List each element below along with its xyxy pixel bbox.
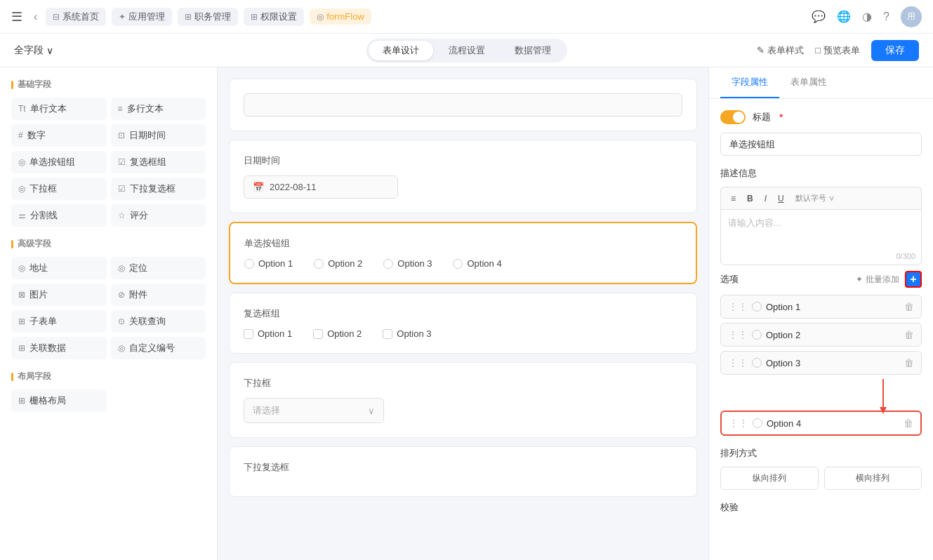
field-address[interactable]: ◎ 地址 [11, 257, 107, 279]
field-divider[interactable]: ⚌ 分割线 [11, 204, 107, 227]
select-field[interactable]: 请选择 ∨ [244, 398, 384, 423]
field-dropdown[interactable]: ◎ 下拉框 [11, 178, 107, 200]
field-checkbox[interactable]: ☑ 复选框组 [111, 151, 206, 173]
checkbox-card[interactable]: 复选框组 Option 1 Option 2 Option 3 [229, 293, 697, 354]
drag-handle-3[interactable]: ⋮⋮ [728, 357, 748, 368]
chat-icon[interactable]: 💬 [812, 10, 826, 23]
checkbox-opt1-label: Option 1 [258, 328, 292, 339]
option-row-4[interactable]: ⋮⋮ Option 4 🗑 [720, 411, 922, 436]
option-row-1[interactable]: ⋮⋮ Option 1 🗑 [720, 295, 922, 319]
nav-tab-perm[interactable]: ⊞ 权限设置 [244, 8, 304, 26]
radio-circle-3 [383, 259, 393, 269]
address-icon: ◎ [18, 263, 25, 273]
section-layout-title: 布局字段 [11, 371, 206, 382]
tab-data[interactable]: 数据管理 [501, 41, 565, 60]
style-btn[interactable]: ✎ 表单样式 [757, 44, 804, 57]
chevron-down-icon: ∨ [368, 406, 375, 416]
field-radio[interactable]: ◎ 单选按钮组 [11, 151, 107, 173]
sort-vertical-btn[interactable]: 纵向排列 [720, 467, 819, 490]
field-assoc-data[interactable]: ⊞ 关联数据 [11, 337, 107, 359]
field-dropdown-multi[interactable]: ☑ 下拉复选框 [111, 178, 206, 200]
preview-btn[interactable]: □ 预览表单 [815, 44, 860, 57]
rich-text-area[interactable]: 请输入内容... 0/300 [720, 209, 922, 265]
checkbox-opt1[interactable]: Option 1 [244, 328, 292, 339]
field-image[interactable]: ⊠ 图片 [11, 284, 107, 306]
nav-tab-app[interactable]: ✦ 应用管理 [112, 8, 172, 26]
text-input[interactable] [244, 93, 682, 116]
dropdown-multi-card[interactable]: 下拉复选框 [229, 446, 697, 497]
option-row-2[interactable]: ⋮⋮ Option 2 🗑 [720, 323, 922, 347]
font-size-btn[interactable]: 默认字号 ∨ [793, 192, 838, 205]
checkbox-icon: ☑ [118, 157, 126, 167]
drag-handle-1[interactable]: ⋮⋮ [728, 301, 748, 312]
radio-opt3[interactable]: Option 3 [383, 258, 432, 269]
delete-icon-4[interactable]: 🗑 [904, 418, 913, 429]
text-card[interactable] [229, 79, 697, 131]
rating-icon: ☆ [118, 211, 126, 220]
field-location[interactable]: ◎ 定位 [111, 257, 206, 279]
attachment-icon: ⊘ [118, 290, 125, 300]
nav-tab-form[interactable]: ◎ formFlow [310, 8, 371, 25]
back-icon[interactable]: ‹ [34, 11, 37, 23]
option-radio-4 [753, 418, 762, 428]
datetime-card[interactable]: 日期时间 📅 2022-08-11 [229, 140, 697, 213]
field-subtable[interactable]: ⊞ 子表单 [11, 310, 107, 333]
field-assoc-query[interactable]: ⊙ 关联查询 [111, 310, 206, 333]
field-attachment[interactable]: ⊘ 附件 [111, 284, 206, 306]
option-row-3[interactable]: ⋮⋮ Option 3 🗑 [720, 351, 922, 375]
italic-icon[interactable]: I [762, 192, 769, 205]
field-selector[interactable]: 全字段 ∨ [14, 44, 53, 57]
date-field[interactable]: 📅 2022-08-11 [244, 175, 398, 199]
tab-form-props[interactable]: 表单属性 [779, 67, 838, 98]
assoc-query-icon: ⊙ [118, 316, 125, 326]
field-title-input[interactable] [720, 133, 922, 156]
nav-tab-job[interactable]: ⊞ 职务管理 [178, 8, 238, 26]
tab-flow[interactable]: 流程设置 [435, 41, 499, 60]
delete-icon-3[interactable]: 🗑 [904, 357, 914, 368]
tab-field-props[interactable]: 字段属性 [720, 67, 779, 98]
dropdown-card[interactable]: 下拉框 请选择 ∨ [229, 362, 697, 438]
bold-icon[interactable]: B [744, 192, 756, 205]
settings-icon[interactable]: ◑ [862, 10, 872, 23]
save-button[interactable]: 保存 [871, 40, 919, 61]
field-single-text[interactable]: Tt 单行文本 [11, 98, 107, 120]
tab-design[interactable]: 表单设计 [369, 41, 433, 60]
checkbox-opt3[interactable]: Option 3 [383, 328, 431, 339]
menu-icon[interactable]: ☰ [11, 9, 22, 25]
batch-add-btn[interactable]: ✦ 批量添加 [856, 274, 899, 286]
sort-section: 排列方式 纵向排列 横向排列 [720, 447, 922, 490]
field-rating[interactable]: ☆ 评分 [111, 204, 206, 227]
delete-icon-1[interactable]: 🗑 [904, 301, 914, 312]
underline-icon[interactable]: U [775, 192, 787, 205]
field-multi-text[interactable]: ≡ 多行文本 [111, 98, 206, 120]
align-icon[interactable]: ≡ [728, 192, 739, 205]
globe-icon[interactable]: 🌐 [837, 10, 851, 23]
right-panel: 字段属性 表单属性 标题 * 描述信息 ≡ B I U [708, 67, 933, 560]
delete-icon-2[interactable]: 🗑 [904, 329, 914, 340]
radio-card[interactable]: 单选按钮组 Option 1 Option 2 Option 3 Option … [229, 222, 697, 284]
checkbox-group: Option 1 Option 2 Option 3 [244, 328, 682, 339]
field-custom-number[interactable]: ◎ 自定义编号 [111, 337, 206, 359]
radio-opt2[interactable]: Option 2 [314, 258, 362, 269]
help-icon[interactable]: ? [883, 11, 889, 23]
canvas: 日期时间 📅 2022-08-11 单选按钮组 Option 1 Option … [218, 67, 708, 560]
attachment-label: 附件 [129, 288, 147, 301]
add-option-button[interactable]: + [905, 271, 922, 288]
field-datetime[interactable]: ⊡ 日期时间 [111, 124, 206, 147]
drag-handle-4[interactable]: ⋮⋮ [729, 418, 748, 429]
title-toggle[interactable] [720, 110, 746, 124]
option-radio-3 [752, 358, 762, 368]
checkbox-opt2[interactable]: Option 2 [313, 328, 362, 339]
required-star: * [779, 112, 783, 123]
single-text-icon: Tt [18, 104, 26, 114]
field-number[interactable]: # 数字 [11, 124, 107, 147]
sort-horizontal-btn[interactable]: 横向排列 [824, 467, 922, 490]
tab-design-label: 表单设计 [383, 45, 419, 55]
radio-opt4[interactable]: Option 4 [453, 258, 501, 269]
number-icon: # [18, 131, 23, 140]
avatar[interactable]: 用 [901, 6, 922, 27]
nav-tab-home[interactable]: ⊟ 系统首页 [46, 8, 106, 26]
drag-handle-2[interactable]: ⋮⋮ [728, 329, 748, 340]
radio-opt1[interactable]: Option 1 [244, 258, 293, 269]
field-grid[interactable]: ⊞ 栅格布局 [11, 389, 107, 412]
